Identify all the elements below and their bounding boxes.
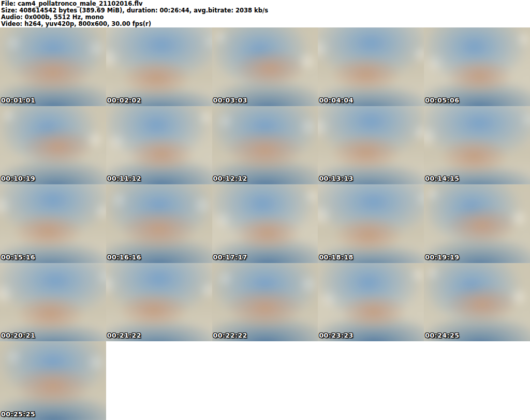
thumbnail-image-placeholder [212,184,318,263]
timestamp-overlay: 00:12:12 [213,175,247,182]
video-thumbnail: 00:11:12 [106,106,212,185]
file-metadata-header: File: cam4_pollatronco_male_21102016.flv… [0,0,530,27]
video-thumbnail: 00:23:23 [318,263,424,342]
timestamp-overlay: 00:18:18 [319,254,353,261]
thumbnail-image-placeholder [212,27,318,106]
timestamp-overlay: 00:17:17 [213,254,247,261]
video-thumbnail: 00:10:19 [0,106,106,185]
video-thumbnail: 00:14:15 [424,106,530,185]
timestamp-overlay: 00:13:13 [319,175,353,182]
timestamp-overlay: 00:25:25 [1,411,35,418]
video-thumbnail: 00:01:01 [0,27,106,106]
timestamp-overlay: 00:19:19 [425,254,459,261]
thumbnail-grid: 00:01:01 00:02:02 00:03:03 00:04:04 00:0… [0,27,530,420]
timestamp-overlay: 00:03:03 [213,97,247,104]
timestamp-overlay: 00:20:21 [1,332,35,339]
thumbnail-image-placeholder [0,184,106,263]
video-thumbnail: 00:18:18 [318,184,424,263]
thumbnail-image-placeholder [0,106,106,185]
video-thumbnail: 00:19:19 [424,184,530,263]
video-thumbnail: 00:17:17 [212,184,318,263]
video-thumbnail: 00:20:21 [0,263,106,342]
timestamp-overlay: 00:22:22 [213,332,247,339]
video-thumbnail: 00:12:12 [212,106,318,185]
timestamp-overlay: 00:14:15 [425,175,459,182]
video-thumbnail: 00:25:25 [0,341,106,420]
thumbnail-image-placeholder [318,184,424,263]
thumbnail-image-placeholder [0,27,106,106]
video-thumbnail: 00:05:06 [424,27,530,106]
video-thumbnail: 00:16:16 [106,184,212,263]
thumbnail-image-placeholder [424,184,530,263]
thumbnail-image-placeholder [212,263,318,342]
thumbnail-image-placeholder [318,27,424,106]
thumbnail-image-placeholder [318,106,424,185]
thumbnail-image-placeholder [106,106,212,185]
thumbnail-image-placeholder [106,184,212,263]
video-thumbnail: 00:24:25 [424,263,530,342]
thumbnail-image-placeholder [318,263,424,342]
thumbnail-image-placeholder [106,27,212,106]
timestamp-overlay: 00:10:19 [1,175,35,182]
video-info-line: Video: h264, yuv420p, 800x600, 30.00 fps… [1,21,530,27]
thumbnail-image-placeholder [0,263,106,342]
timestamp-overlay: 00:24:25 [425,332,459,339]
video-thumbnail: 00:15:16 [0,184,106,263]
timestamp-overlay: 00:02:02 [107,97,141,104]
timestamp-overlay: 00:16:16 [107,254,141,261]
timestamp-overlay: 00:21:22 [107,332,141,339]
video-thumbnail: 00:21:22 [106,263,212,342]
video-thumbnail: 00:02:02 [106,27,212,106]
video-thumbnail: 00:22:22 [212,263,318,342]
timestamp-overlay: 00:11:12 [107,175,141,182]
thumbnail-image-placeholder [424,27,530,106]
video-thumbnail: 00:13:13 [318,106,424,185]
timestamp-overlay: 00:15:16 [1,254,35,261]
timestamp-overlay: 00:04:04 [319,97,353,104]
thumbnail-image-placeholder [424,106,530,185]
video-thumbnail: 00:03:03 [212,27,318,106]
thumbnail-image-placeholder [0,341,106,420]
thumbnail-image-placeholder [424,263,530,342]
thumbnail-image-placeholder [212,106,318,185]
timestamp-overlay: 00:05:06 [425,97,459,104]
thumbnail-image-placeholder [106,263,212,342]
video-thumbnail: 00:04:04 [318,27,424,106]
timestamp-overlay: 00:01:01 [1,97,35,104]
timestamp-overlay: 00:23:23 [319,332,353,339]
